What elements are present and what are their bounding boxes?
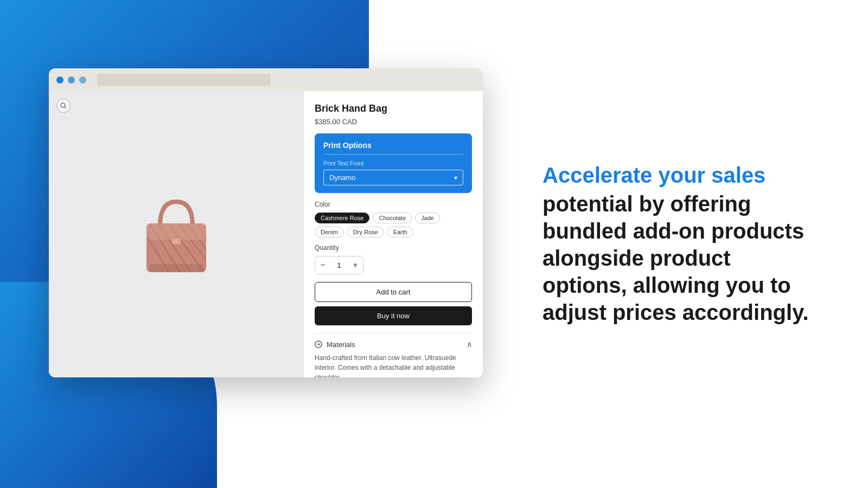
quantity-label: Quantity: [315, 244, 472, 252]
print-options-title: Print Options: [323, 141, 463, 150]
materials-description: Hand-crafted from Italian cow leather. U…: [315, 353, 472, 377]
right-text-block: Accelerate your sales potential by offer…: [542, 162, 814, 326]
color-pill-denim[interactable]: Denim: [315, 227, 344, 237]
materials-title-row: Materials: [315, 341, 355, 349]
print-options-dropdown[interactable]: Dynamo ▾: [323, 170, 463, 185]
materials-header[interactable]: Materials ∧: [315, 340, 472, 349]
quantity-control: − 1 +: [315, 256, 363, 274]
headline-blue: Accelerate your sales: [542, 162, 814, 188]
dropdown-chevron-icon: ▾: [454, 174, 457, 182]
color-pill-jade[interactable]: Jade: [415, 213, 440, 223]
quantity-section: Quantity − 1 +: [315, 244, 472, 274]
headline-black: potential by offering bundled add-on pro…: [542, 190, 814, 326]
color-pill-dry-rose[interactable]: Dry Rose: [347, 227, 384, 237]
svg-rect-14: [172, 239, 181, 244]
zoom-icon[interactable]: [56, 99, 71, 113]
materials-section: Materials ∧ Hand-crafted from Italian co…: [315, 333, 472, 377]
color-options-row-2: Denim Dry Rose Earth: [315, 227, 472, 237]
quantity-increase-button[interactable]: +: [348, 256, 363, 274]
product-image-panel: [49, 91, 304, 377]
product-title: Brick Hand Bag: [315, 103, 472, 114]
color-pill-cashmere-rose[interactable]: Cashmere Rose: [315, 213, 369, 223]
print-options-dropdown-value: Dynamo: [329, 174, 355, 182]
materials-icon: [315, 341, 322, 348]
browser-dot-green[interactable]: [79, 76, 86, 84]
color-pill-earth[interactable]: Earth: [387, 227, 413, 237]
print-options-label: Print Text Front: [323, 160, 463, 166]
materials-chevron-icon: ∧: [467, 340, 472, 349]
product-image: [117, 175, 236, 294]
svg-rect-12: [146, 223, 206, 240]
print-options-divider: [323, 154, 463, 155]
quantity-value: 1: [330, 261, 348, 269]
quantity-decrease-button[interactable]: −: [315, 256, 330, 274]
materials-title: Materials: [327, 341, 355, 349]
browser-dot-red[interactable]: [56, 76, 63, 84]
svg-line-1: [65, 107, 67, 109]
svg-point-0: [61, 103, 65, 107]
browser-address-bar[interactable]: [97, 74, 271, 86]
color-pill-chocolate[interactable]: Chocolate: [373, 213, 412, 223]
product-details-panel: Brick Hand Bag $385.00 CAD Print Options…: [304, 91, 483, 377]
browser-dot-yellow[interactable]: [68, 76, 75, 84]
svg-rect-13: [149, 264, 203, 272]
color-section-label: Color: [315, 201, 472, 208]
product-price: $385.00 CAD: [315, 118, 472, 126]
print-options-box: Print Options Print Text Front Dynamo ▾: [315, 133, 472, 193]
browser-content: Brick Hand Bag $385.00 CAD Print Options…: [49, 91, 483, 377]
color-options-row-1: Cashmere Rose Chocolate Jade: [315, 213, 472, 223]
browser-toolbar: [49, 68, 483, 91]
add-to-cart-button[interactable]: Add to cart: [315, 282, 472, 302]
buy-now-button[interactable]: Buy it now: [315, 306, 472, 325]
browser-window: Brick Hand Bag $385.00 CAD Print Options…: [49, 68, 483, 377]
